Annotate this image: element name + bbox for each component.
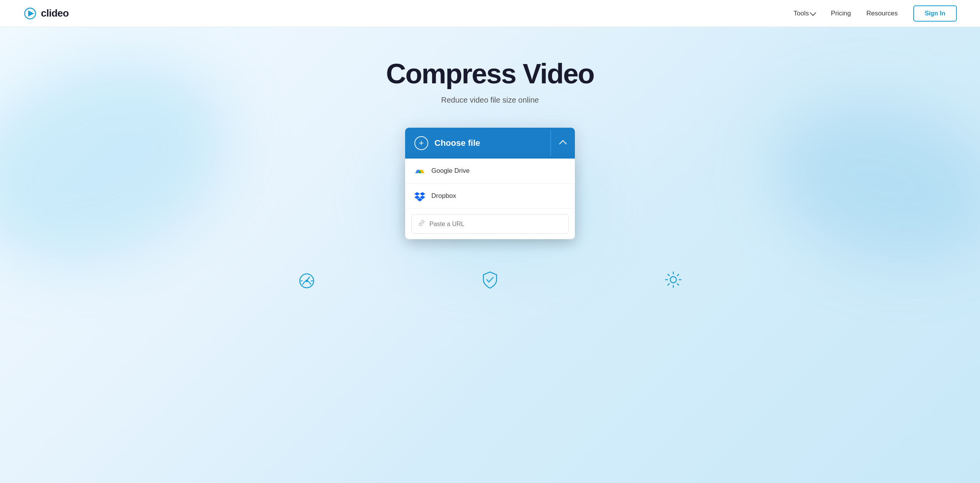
chevron-up-icon: [559, 140, 567, 148]
url-input[interactable]: [429, 221, 562, 228]
google-drive-item[interactable]: Google Drive: [405, 159, 575, 184]
page-title: Compress Video: [386, 58, 594, 90]
google-drive-icon: [414, 166, 425, 176]
main-nav: Tools Pricing Resources Sign In: [794, 5, 957, 22]
speed-icon: [297, 270, 316, 289]
link-icon: [418, 219, 426, 229]
logo-text: clideo: [41, 7, 69, 19]
plus-icon: +: [419, 139, 424, 147]
main-content: Compress Video Reduce video file size on…: [0, 27, 980, 483]
chevron-down-icon: [810, 10, 816, 16]
logo[interactable]: clideo: [23, 7, 69, 20]
nav-pricing[interactable]: Pricing: [831, 10, 851, 17]
security-feature: [480, 270, 500, 289]
svg-point-12: [670, 277, 676, 283]
chevron-up-button[interactable]: [551, 130, 575, 156]
sign-in-button[interactable]: Sign In: [913, 5, 957, 22]
page-subtitle: Reduce video file size online: [441, 96, 539, 105]
plus-circle: +: [414, 136, 428, 150]
gear-icon: [664, 270, 683, 289]
choose-file-label: Choose file: [434, 138, 480, 148]
logo-icon: [23, 7, 37, 20]
shield-check-icon: [480, 270, 500, 289]
nav-resources[interactable]: Resources: [866, 10, 897, 17]
url-input-wrapper: [411, 214, 569, 234]
nav-tools[interactable]: Tools: [794, 10, 816, 17]
url-input-row: [405, 209, 575, 239]
choose-file-button[interactable]: + Choose file: [405, 128, 575, 159]
dropbox-label: Dropbox: [431, 192, 456, 200]
header: clideo Tools Pricing Resources Sign In: [0, 0, 980, 27]
svg-point-9: [306, 280, 308, 282]
dropbox-icon: [414, 191, 425, 201]
settings-feature: [664, 270, 683, 289]
upload-widget: + Choose file: [405, 128, 575, 239]
dropdown-panel: Google Drive Dropbox: [405, 159, 575, 239]
dropbox-item[interactable]: Dropbox: [405, 184, 575, 209]
speed-feature: [297, 270, 316, 289]
google-drive-label: Google Drive: [431, 167, 470, 175]
choose-file-main[interactable]: + Choose file: [405, 128, 551, 159]
bottom-icons: [259, 247, 721, 289]
